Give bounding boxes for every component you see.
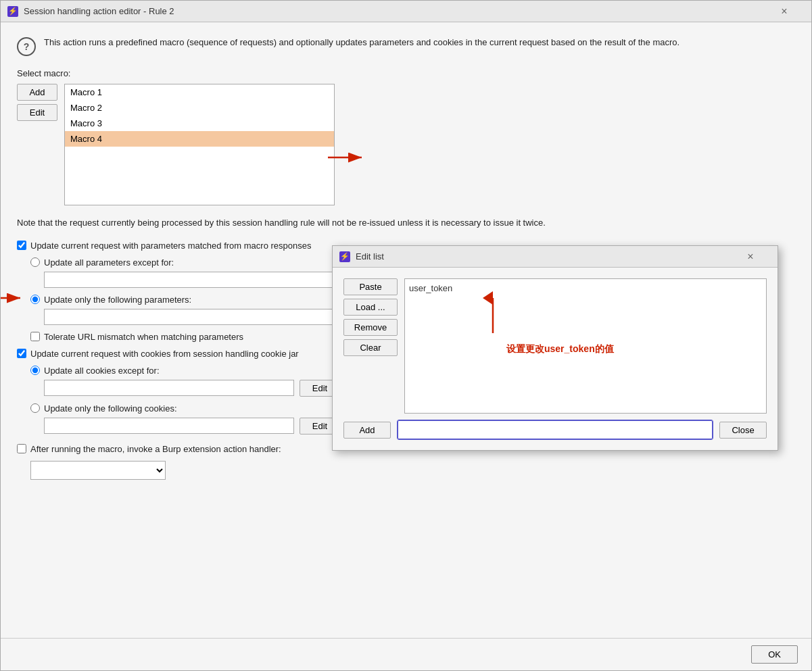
- update-only-params-radio[interactable]: [30, 295, 40, 304]
- burp-icon: ⚡: [7, 6, 18, 17]
- invoke-extension-label: After running the macro, invoke a Burp e…: [30, 444, 281, 454]
- dialog-title: Session handling action editor - Rule 2: [24, 6, 759, 16]
- update-only-cookies-label: Update only the following cookies:: [44, 403, 177, 414]
- edit-list-close-button[interactable]: ×: [730, 251, 771, 263]
- tolerate-url-label: Tolerate URL mismatch when matching para…: [44, 332, 243, 342]
- macro-arrow-svg: [328, 147, 382, 168]
- select-macro-label: Select macro:: [17, 68, 795, 78]
- edit-list-content: Paste Load ... Remove Clear user_token: [333, 268, 778, 450]
- paste-button[interactable]: Paste: [343, 278, 398, 295]
- info-icon: ?: [17, 37, 36, 56]
- update-cookies-label: Update current request with cookies from…: [30, 349, 299, 359]
- update-all-cookies-input[interactable]: [44, 380, 294, 396]
- dialog-content: ? This action runs a predefined macro (s…: [1, 22, 811, 638]
- edit-list-area: user_token 设置更改user_token的值: [404, 278, 767, 414]
- ok-bar: OK: [1, 638, 811, 670]
- macro-button-col: Add Edit: [17, 84, 57, 121]
- remove-button[interactable]: Remove: [343, 319, 398, 336]
- update-only-cookies-radio[interactable]: [30, 403, 40, 413]
- tolerate-url-checkbox[interactable]: [30, 332, 40, 341]
- update-all-cookies-radio[interactable]: [30, 366, 40, 375]
- update-only-cookies-input[interactable]: [44, 418, 294, 434]
- edit-macro-button[interactable]: Edit: [17, 104, 57, 121]
- annotation-text: 设置更改user_token的值: [506, 343, 614, 355]
- add-item-input[interactable]: [398, 420, 713, 439]
- edit-list-title-bar: ⚡ Edit list ×: [333, 246, 778, 268]
- update-cookies-checkbox[interactable]: [17, 349, 26, 358]
- update-only-params-label: Update only the following parameters:: [44, 295, 191, 305]
- close-button[interactable]: ×: [764, 5, 805, 18]
- update-params-label: Update current request with parameters m…: [30, 241, 311, 251]
- macro-item-3[interactable]: Macro 3: [65, 116, 334, 131]
- extension-dropdown[interactable]: [30, 461, 166, 480]
- edit-list-add-row: Add Close: [343, 420, 767, 439]
- update-all-cookies-label: Update all cookies except for:: [44, 366, 160, 376]
- update-params-checkbox[interactable]: [17, 241, 26, 250]
- update-all-params-radio[interactable]: [30, 257, 40, 267]
- update-all-params-label: Update all parameters except for:: [44, 257, 174, 268]
- edit-list-icon: ⚡: [339, 251, 350, 262]
- macro-item-4[interactable]: Macro 4: [65, 131, 334, 147]
- clear-button[interactable]: Clear: [343, 339, 398, 356]
- macro-item-2[interactable]: Macro 2: [65, 100, 334, 116]
- add-macro-button[interactable]: Add: [17, 84, 57, 101]
- edit-list-title: Edit list: [356, 251, 725, 262]
- ok-button[interactable]: OK: [751, 645, 798, 664]
- macro-list[interactable]: Macro 1 Macro 2 Macro 3 Macro 4: [64, 84, 335, 205]
- info-row: ? This action runs a predefined macro (s…: [17, 36, 795, 56]
- update-only-params-input[interactable]: [44, 309, 348, 325]
- load-button[interactable]: Load ...: [343, 299, 398, 316]
- select-macro-row: Add Edit Macro 1 Macro 2 Macro 3 Macro 4: [17, 84, 795, 205]
- macro-item-1[interactable]: Macro 1: [65, 84, 334, 100]
- invoke-extension-checkbox[interactable]: [17, 444, 26, 453]
- add-item-button[interactable]: Add: [343, 422, 391, 439]
- close-list-button[interactable]: Close: [719, 422, 767, 439]
- title-bar: ⚡ Session handling action editor - Rule …: [1, 1, 811, 22]
- up-arrow-svg: [486, 293, 527, 340]
- update-all-params-input[interactable]: [44, 272, 348, 288]
- edit-list-main-row: Paste Load ... Remove Clear user_token: [343, 278, 767, 414]
- list-item-user-token[interactable]: user_token: [409, 283, 762, 293]
- note-text: Note that the request currently being pr…: [17, 216, 795, 230]
- params-arrow-svg: [1, 291, 30, 312]
- info-text: This action runs a predefined macro (seq…: [44, 36, 679, 49]
- main-dialog: ⚡ Session handling action editor - Rule …: [0, 0, 812, 671]
- edit-list-dialog: ⚡ Edit list × Paste Load ... Remove Clea…: [332, 245, 778, 451]
- edit-list-btn-col: Paste Load ... Remove Clear: [343, 278, 398, 356]
- extension-dropdown-row: [30, 461, 795, 480]
